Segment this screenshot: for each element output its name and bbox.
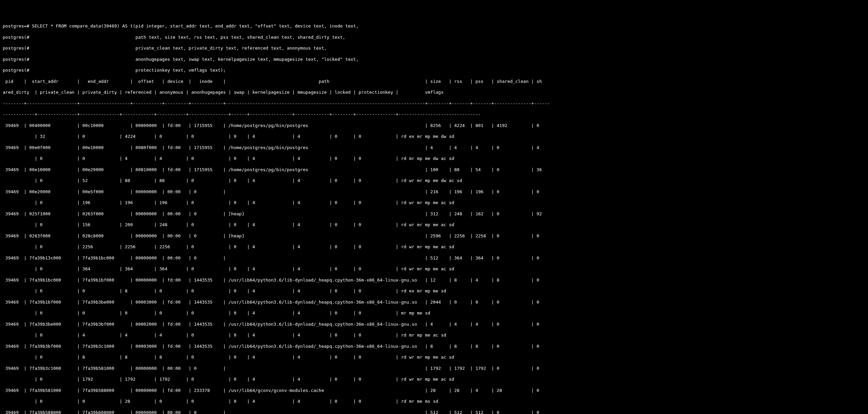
separator-line: --------+-------------------+-----------… bbox=[3, 101, 865, 106]
data-row-line: 39469 | 025f1000 | 0263f000 | 00000000 |… bbox=[3, 211, 865, 217]
data-row-line: | 0 | 156 | 200 | 248 | 0 | 0 | 4 | 4 | … bbox=[3, 222, 865, 228]
data-row-line: 39469 | 0263f000 | 028c8000 | 00000000 |… bbox=[3, 233, 865, 239]
data-row-line: | 0 | 2256 | 2256 | 2256 | 0 | 0 | 4 | 4… bbox=[3, 244, 865, 250]
data-row-line: 39469 | 7fa39b3be000 | 7fa39b3bf000 | 00… bbox=[3, 322, 865, 327]
data-row-line: | 0 | 0 | 8 | 0 | 0 | 0 | 4 | 4 | 0 | 0 … bbox=[3, 288, 865, 294]
data-row-line: | 0 | 364 | 364 | 364 | 0 | 0 | 4 | 4 | … bbox=[3, 266, 865, 272]
data-row-line: | 0 | 0 | 28 | 0 | 0 | 0 | 4 | 4 | 0 | 0… bbox=[3, 399, 865, 404]
data-row-line: | 0 | 4 | 4 | 4 | 0 | 0 | 4 | 4 | 0 | 0 … bbox=[3, 332, 865, 338]
sql-prompt-line: postgres(# protectionkey text, vmflags t… bbox=[3, 68, 865, 73]
data-row-line: 39469 | 00e0f000 | 00e10000 | 0080f000 |… bbox=[3, 145, 865, 150]
sql-prompt-line: postgres(# private_clean text, private_d… bbox=[3, 46, 865, 51]
data-row-line: 39469 | 7fa39b13c000 | 7fa39b1bc000 | 00… bbox=[3, 255, 865, 261]
data-row-line: 39469 | 00e29000 | 00e5f000 | 00000000 |… bbox=[3, 189, 865, 195]
data-row-line: | 0 | 1792 | 1792 | 1792 | 0 | 0 | 4 | 4… bbox=[3, 377, 865, 382]
data-row-line: 39469 | 00400000 | 00c10000 | 00000000 |… bbox=[3, 123, 865, 128]
data-row-line: 39469 | 7fa39b1bf000 | 7fa39b3be000 | 00… bbox=[3, 300, 865, 305]
data-row-line: | 0 | 0 | 0 | 0 | 0 | 0 | 4 | 4 | 0 | 0 … bbox=[3, 310, 865, 316]
data-row-line: | 0 | 8 | 8 | 8 | 0 | 0 | 4 | 4 | 0 | 0 … bbox=[3, 355, 865, 360]
data-row-line: | 32 | 0 | 4224 | 0 | 0 | 0 | 4 | 4 | 0 … bbox=[3, 134, 865, 139]
sql-prompt-line: postgres=# SELECT * FROM compare_data(39… bbox=[3, 23, 865, 29]
data-row-line: 39469 | 7fa39b588000 | 7fa39b608000 | 00… bbox=[3, 410, 865, 414]
data-row-line: | 0 | 0 | 4 | 4 | 0 | 0 | 4 | 4 | 0 | 0 … bbox=[3, 156, 865, 161]
data-row-line: 39469 | 7fa39b3c1000 | 7fa39b581000 | 00… bbox=[3, 366, 865, 371]
data-row-line: 39469 | 00e10000 | 00e29000 | 00810000 |… bbox=[3, 167, 865, 173]
data-row-line: | 0 | 196 | 196 | 196 | 0 | 0 | 4 | 4 | … bbox=[3, 200, 865, 205]
separator-line: ------------+---------------+-----------… bbox=[3, 112, 865, 117]
data-row-line: 39469 | 7fa39b1bc000 | 7fa39b1bf000 | 00… bbox=[3, 277, 865, 283]
sql-prompt-line: postgres(# anonhugepages text, swap text… bbox=[3, 57, 865, 62]
column-header-line: pid | start_addr | end_addr | offset | d… bbox=[3, 79, 865, 84]
sql-prompt-line: postgres(# path text, size text, rss tex… bbox=[3, 35, 865, 40]
data-row-line: | 0 | 52 | 88 | 88 | 0 | 0 | 4 | 4 | 0 |… bbox=[3, 178, 865, 183]
data-row-line: 39469 | 7fa39b581000 | 7fa39b588000 | 00… bbox=[3, 388, 865, 393]
column-header-line: ared_dirty | private_clean | private_dir… bbox=[3, 90, 865, 95]
data-row-line: 39469 | 7fa39b3bf000 | 7fa39b3c1000 | 00… bbox=[3, 344, 865, 349]
terminal-output[interactable]: postgres=# SELECT * FROM compare_data(39… bbox=[3, 23, 865, 414]
